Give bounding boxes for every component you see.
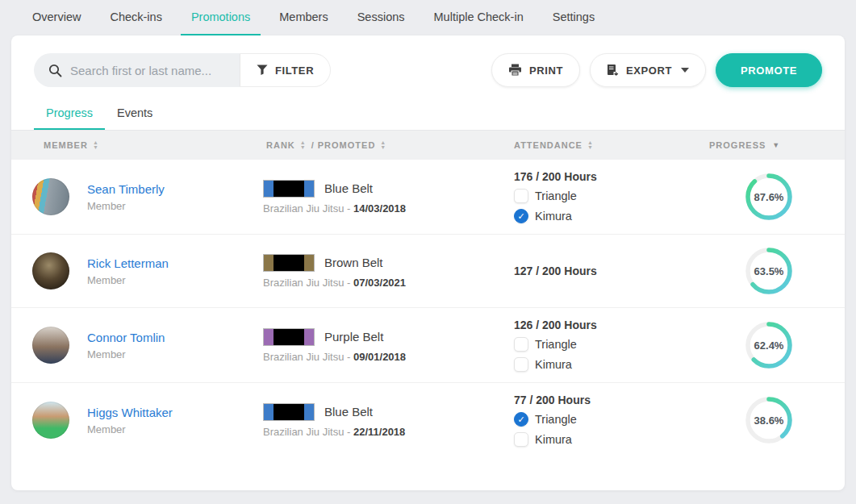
table-row: Connor Tomlin Member Purple Belt Brazili…	[11, 307, 845, 382]
attendance-hours: 77 / 200 Hours	[514, 394, 693, 406]
belt-line: Blue Belt	[263, 403, 499, 421]
attendance-hours: 126 / 200 Hours	[514, 319, 693, 331]
requirements-list: TriangleKimura	[514, 337, 693, 372]
promoted-date: 14/03/2018	[353, 202, 406, 215]
member-identity: Higgs Whittaker Member	[87, 406, 173, 435]
table-row: Rick Letterman Member Brown Belt Brazili…	[11, 234, 845, 307]
column-header-member[interactable]: MEMBER ▲▼	[11, 131, 255, 160]
requirement-label: Triangle	[535, 190, 577, 202]
nav-tab-settings[interactable]: Settings	[542, 0, 605, 35]
requirement-row: ✓Triangle	[514, 412, 693, 427]
attendance-hours: 127 / 200 Hours	[514, 264, 693, 277]
table-row: Sean Timberly Member Blue Belt Brazilian…	[11, 160, 845, 234]
program-name: Brazilian Jiu Jitsu -	[263, 202, 353, 215]
search-field[interactable]	[34, 53, 240, 87]
member-role: Member	[87, 348, 165, 360]
print-button[interactable]: PRINT	[491, 53, 580, 87]
column-header-progress[interactable]: PROGRESS ▼	[693, 131, 845, 160]
program-line: Brazilian Jiu Jitsu - 14/03/2018	[263, 202, 499, 215]
sort-icon[interactable]: ▲▼	[300, 140, 307, 150]
progress-ring: 63.5%	[743, 245, 795, 297]
belt-black-bar	[274, 404, 304, 420]
sort-icon[interactable]: ▲▼	[587, 140, 594, 150]
member-cell: Higgs Whittaker Member	[11, 402, 255, 439]
member-role: Member	[87, 423, 173, 435]
progress-ring: 62.4%	[743, 319, 795, 371]
search-input[interactable]	[70, 64, 231, 77]
table-body: Sean Timberly Member Blue Belt Brazilian…	[11, 160, 845, 457]
search-icon	[48, 64, 62, 77]
attendance-cell: 127 / 200 Hours	[499, 264, 693, 277]
requirement-checkbox[interactable]: ✓	[514, 412, 528, 427]
column-header-rank-promoted[interactable]: RANK ▲▼ / PROMOTED ▲▼	[255, 131, 499, 160]
belt-icon	[263, 180, 315, 198]
toolbar-actions: PRINT EXPORT PROMOTE	[491, 53, 822, 87]
rank-cell: Brown Belt Brazilian Jiu Jitsu - 07/03/2…	[255, 254, 499, 289]
requirement-checkbox[interactable]	[514, 337, 528, 352]
nav-tab-multiple-check-in[interactable]: Multiple Check-in	[424, 0, 534, 35]
nav-tab-promotions[interactable]: Promotions	[181, 0, 261, 35]
avatar[interactable]	[32, 178, 69, 215]
member-role: Member	[87, 200, 165, 212]
requirements-list: ✓TriangleKimura	[514, 412, 693, 447]
filter-button[interactable]: FILTER	[240, 53, 331, 87]
attendance-cell: 77 / 200 Hours ✓TriangleKimura	[499, 394, 693, 447]
promote-button-label: PROMOTE	[741, 65, 797, 77]
member-name-link[interactable]: Connor Tomlin	[87, 331, 165, 344]
member-cell: Connor Tomlin Member	[11, 327, 255, 364]
rank-cell: Blue Belt Brazilian Jiu Jitsu - 22/11/20…	[255, 403, 499, 438]
top-navigation: OverviewCheck-insPromotionsMembersSessio…	[0, 0, 856, 35]
promoted-date: 07/03/2021	[353, 277, 406, 289]
requirement-checkbox[interactable]	[514, 189, 528, 203]
program-name: Brazilian Jiu Jitsu -	[263, 351, 353, 363]
avatar[interactable]	[32, 327, 69, 364]
program-line: Brazilian Jiu Jitsu - 22/11/2018	[263, 426, 499, 438]
progress-value: 38.6%	[743, 394, 795, 446]
progress-cell: 63.5%	[693, 245, 845, 297]
belt-label: Brown Belt	[324, 256, 383, 269]
member-name-link[interactable]: Sean Timberly	[87, 182, 165, 196]
requirement-checkbox[interactable]	[514, 357, 528, 372]
member-name-link[interactable]: Higgs Whittaker	[87, 406, 173, 419]
attendance-cell: 126 / 200 Hours TriangleKimura	[499, 319, 693, 372]
avatar[interactable]	[32, 252, 69, 289]
view-tab-progress[interactable]: Progress	[34, 98, 105, 130]
promote-button[interactable]: PROMOTE	[716, 53, 822, 87]
nav-tab-members[interactable]: Members	[269, 0, 338, 35]
belt-line: Blue Belt	[263, 180, 499, 198]
export-button[interactable]: EXPORT	[590, 53, 706, 87]
program-line: Brazilian Jiu Jitsu - 07/03/2021	[263, 277, 499, 289]
progress-cell: 38.6%	[693, 394, 845, 446]
nav-tab-check-ins[interactable]: Check-ins	[99, 0, 172, 35]
attendance-cell: 176 / 200 Hours Triangle✓Kimura	[499, 170, 693, 223]
nav-tab-sessions[interactable]: Sessions	[347, 0, 415, 35]
column-header-attendance[interactable]: ATTENDANCE ▲▼	[499, 131, 693, 160]
requirement-label: Kimura	[535, 358, 572, 371]
column-header-attendance-label: ATTENDANCE	[514, 140, 582, 150]
progress-ring: 87.6%	[743, 171, 795, 223]
requirement-label: Kimura	[535, 210, 572, 223]
progress-ring: 38.6%	[743, 394, 795, 446]
member-identity: Connor Tomlin Member	[87, 331, 165, 360]
belt-icon	[263, 403, 315, 421]
requirement-checkbox[interactable]	[514, 432, 528, 447]
progress-cell: 62.4%	[693, 319, 845, 371]
view-tab-events[interactable]: Events	[105, 98, 165, 130]
toolbar: FILTER PRINT EXPORT PROMOTE	[11, 35, 845, 94]
column-header-member-label: MEMBER	[44, 140, 88, 150]
filter-icon	[257, 65, 268, 76]
belt-label: Purple Belt	[324, 330, 383, 344]
requirement-label: Triangle	[535, 413, 577, 426]
program-name: Brazilian Jiu Jitsu -	[263, 426, 353, 438]
requirement-row: Kimura	[514, 432, 693, 447]
sort-icon[interactable]: ▲▼	[380, 140, 386, 150]
nav-tab-overview[interactable]: Overview	[22, 0, 91, 35]
member-name-link[interactable]: Rick Letterman	[87, 256, 169, 270]
header-separator: /	[311, 140, 315, 150]
member-cell: Sean Timberly Member	[11, 178, 255, 215]
avatar[interactable]	[32, 402, 69, 439]
attendance-hours: 176 / 200 Hours	[514, 170, 693, 183]
sort-icon[interactable]: ▲▼	[93, 140, 99, 150]
member-role: Member	[87, 274, 169, 286]
requirement-checkbox[interactable]: ✓	[514, 209, 528, 223]
